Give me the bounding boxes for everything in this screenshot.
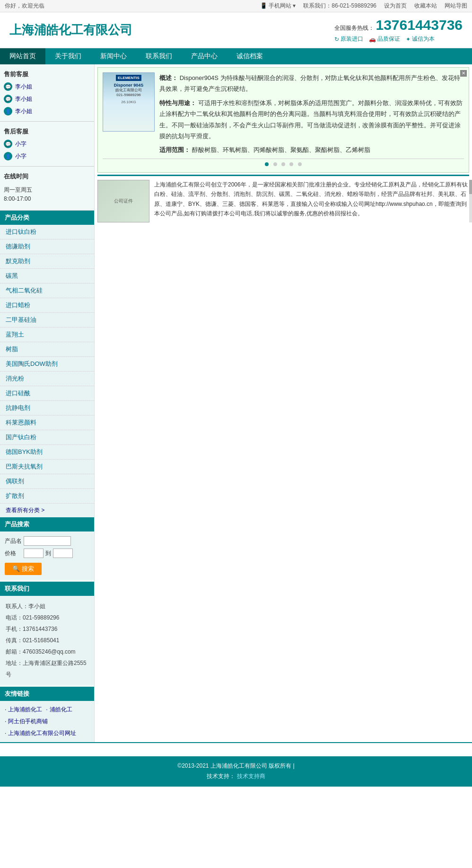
link-1[interactable]: 浦皓化工 [46, 706, 72, 714]
product-scope: 适用范围： 醇酸树脂、环氧树脂、丙烯酸树脂、聚氨酯、聚酯树脂、乙烯树脂 [159, 144, 464, 155]
elementis-logo-text: ELEMENTIS [116, 75, 141, 81]
links-title: 友情链接 [0, 687, 94, 701]
cat-item-2[interactable]: 默克助剂 [0, 254, 94, 269]
product-image: ELEMENTIS Disponer 904S 皓化工有限公司 021-5988… [103, 72, 155, 132]
cat-item-17[interactable]: 偶联剂 [0, 474, 94, 489]
pre-sales-user-2[interactable]: 💬 李小姐 [4, 93, 90, 105]
cat-item-8[interactable]: 树脂 [0, 342, 94, 357]
search-title: 产品搜索 [0, 517, 94, 531]
chat-icon-post-1: 💬 [4, 140, 12, 148]
set-homepage-link[interactable]: 设为首页 [384, 2, 407, 10]
nav-products[interactable]: 产品中心 [182, 48, 227, 64]
dot-4[interactable] [289, 162, 293, 166]
search-name-row: 产品名 [5, 536, 89, 546]
bookmark-link[interactable]: 收藏本站 [414, 2, 437, 10]
tech-support: 技术支持： 技术支持商 [5, 771, 467, 782]
cat-item-3[interactable]: 碳黑 [0, 269, 94, 283]
friendly-links-section: 友情链接 上海浦皓化工 浦皓化工 阿土伯手机商铺 上海浦皓化工有限公司网址 [0, 687, 94, 742]
dot-1[interactable] [265, 162, 269, 166]
elementis-weight: 26.10KG [121, 100, 136, 104]
scope-text: 醇酸树脂、环氧树脂、丙烯酸树脂、聚氨酯、聚酯树脂、乙烯树脂 [192, 146, 370, 153]
header-badges: ↻ 原装进口 🚗 品质保证 ✦ 诚信为本 [334, 35, 463, 43]
cat-item-12[interactable]: 抗静电剂 [0, 401, 94, 416]
footer-bottom: ©2013-2021 上海浦皓化工有限公司 版权所有 | 技术支持： 技术支持商 [0, 756, 472, 786]
company-logo: 上海浦皓化工有限公司 [9, 22, 132, 38]
post-sales-section: 售后客服 💬 小字 👤 小字 [0, 122, 94, 167]
company-stamp-image: 公司证件 [97, 180, 149, 222]
badge-quality: 🚗 品质保证 [369, 35, 400, 43]
product-properties: 特性与用途： 可适用于水性和溶剂型体系，对树脂体系的适用范围宽广。对颜料分散、润… [159, 97, 464, 142]
nav-home[interactable]: 网站首页 [0, 48, 45, 64]
mobile-icon: 📱 [260, 2, 267, 9]
top-bar: 你好，欢迎光临 📱 手机网站 ▾ 联系我们：86-021-59889296 设为… [0, 0, 472, 12]
top-bar-right: 📱 手机网站 ▾ 联系我们：86-021-59889296 设为首页 收藏本站 … [260, 2, 467, 10]
cat-item-13[interactable]: 科莱恩颜料 [0, 416, 94, 430]
nav-integrity[interactable]: 诚信档案 [227, 48, 272, 64]
import-icon: ↻ [334, 36, 339, 43]
cat-item-11[interactable]: 进口硅酰 [0, 386, 94, 401]
cat-item-6[interactable]: 二甲基硅油 [0, 313, 94, 328]
nav-contact[interactable]: 联系我们 [136, 48, 182, 64]
product-text-content: 概述： Disponer904S 为特殊酸与硅酮混合的润湿、分散剂，对防止氧化钛… [159, 72, 464, 156]
contact-email: 邮箱：476035246@qq.com [6, 646, 88, 657]
cat-item-10[interactable]: 消光粉 [0, 372, 94, 386]
elementis-phone: 021-59889296 [116, 93, 141, 97]
hotline-number: 13761443736 [376, 17, 463, 33]
post-sales-user-1[interactable]: 💬 小字 [4, 138, 90, 150]
cat-item-5[interactable]: 进口蜡粉 [0, 298, 94, 313]
cat-item-1[interactable]: 德谦助剂 [0, 239, 94, 254]
tech-support-link[interactable]: 技术支持商 [237, 773, 265, 779]
cat-item-9[interactable]: 美国陶氏DOW助剂 [0, 357, 94, 372]
company-intro-section: 公司证件 上海浦皓化工有限公司创立于2006年，是一家经国家相关部门批准注册的企… [97, 180, 469, 222]
product-summary: 概述： Disponer904S 为特殊酸与硅酮混合的润湿、分散剂，对防止氧化钛… [159, 72, 464, 95]
cat-item-18[interactable]: 扩散剂 [0, 489, 94, 504]
contact-title: 联系我们 [0, 582, 94, 596]
link-3[interactable]: 上海浦皓化工有限公司网址 [5, 729, 76, 737]
sitemap-link[interactable]: 网站导图 [445, 2, 467, 10]
product-detail-panel: ✕ ELEMENTIS Disponer 904S 皓化工有限公司 021-59… [97, 67, 469, 173]
link-0[interactable]: 上海浦皓化工 [5, 706, 42, 714]
search-icon: 🔍 [12, 565, 20, 572]
search-price-min[interactable] [24, 549, 44, 558]
nav-about[interactable]: 关于我们 [45, 48, 91, 64]
close-icon[interactable]: ✕ [460, 70, 467, 77]
slide-dots [103, 159, 464, 168]
greeting: 你好，欢迎光临 [5, 2, 44, 10]
company-intro-text: 上海浦皓化工有限公司创立于2006年，是一家经国家相关部门批准注册的企业。专业经… [154, 180, 469, 219]
chat-icon-2: 💬 [4, 95, 12, 103]
product-search-section: 产品搜索 产品名 价格 到 🔍 搜索 [0, 517, 94, 580]
pre-sales-user-3[interactable]: 👤 李小姐 [4, 105, 90, 117]
cat-item-0[interactable]: 进口钛白粉 [0, 225, 94, 239]
post-sales-title: 售后客服 [4, 125, 90, 138]
elementis-company: 皓化工有限公司 [115, 88, 142, 93]
dot-3[interactable] [281, 162, 285, 166]
dot-5[interactable] [298, 162, 302, 166]
contact-address: 地址：上海青浦区赵重公路2555号 [6, 657, 88, 680]
dot-2[interactable] [273, 162, 277, 166]
quality-icon: 🚗 [369, 36, 376, 43]
mobile-site-link[interactable]: 📱 手机网站 ▾ [260, 2, 296, 10]
cat-item-16[interactable]: 巴斯夫抗氧剂 [0, 460, 94, 474]
link-2[interactable]: 阿土伯手机商铺 [5, 717, 48, 726]
online-time-title: 在线时间 [4, 170, 90, 183]
cat-item-14[interactable]: 国产钛白粉 [0, 430, 94, 445]
post-sales-user-2[interactable]: 👤 小字 [4, 150, 90, 162]
nav-news[interactable]: 新闻中心 [91, 48, 136, 64]
chat-icon-3: 👤 [4, 107, 12, 115]
chevron-down-icon: ▾ [293, 2, 296, 9]
online-time-section: 在线时间 周一至周五 8:00-17:00 [0, 167, 94, 211]
contact-fax: 传真：021-51685041 [6, 635, 88, 646]
content-divider [97, 175, 469, 176]
search-button[interactable]: 🔍 搜索 [5, 563, 42, 575]
cat-item-4[interactable]: 气相二氧化硅 [0, 283, 94, 298]
cat-item-15[interactable]: 德国BYK助剂 [0, 445, 94, 460]
contact-phone: 电话：021-59889296 [6, 612, 88, 623]
stamp-placeholder: 公司证件 [114, 198, 133, 204]
header-right: 全国服务热线： 13761443736 ↻ 原装进口 🚗 品质保证 ✦ 诚信为本 [334, 17, 463, 43]
pre-sales-user-1[interactable]: 💬 李小姐 [4, 80, 90, 93]
search-price-max[interactable] [53, 549, 73, 558]
view-all-categories[interactable]: 查看所有分类 > [0, 504, 94, 517]
close-button[interactable]: ✕ [460, 70, 467, 77]
cat-item-7[interactable]: 蓝翔土 [0, 328, 94, 342]
search-name-input[interactable] [24, 536, 71, 546]
